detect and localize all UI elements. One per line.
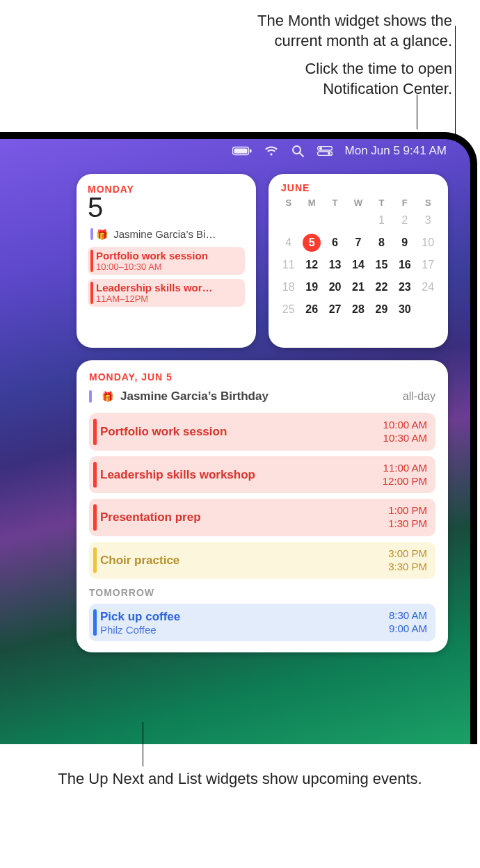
month-day-cell[interactable]: 29	[370, 298, 393, 321]
month-dow: W	[346, 196, 369, 209]
callout-line	[143, 722, 143, 766]
month-day-cell	[277, 209, 300, 232]
event-title: Portfolio work session	[100, 425, 227, 438]
list-event[interactable]: Choir practice3:00 PM3:30 PM	[89, 542, 435, 579]
month-day-cell	[417, 298, 440, 321]
list-event[interactable]: Leadership skills workshop11:00 AM12:00 …	[89, 456, 435, 494]
annotation-list-widget: The Up Next and List widgets show upcomi…	[0, 769, 480, 789]
event-title: Jasmine Garcia’s Bi…	[113, 228, 216, 240]
event-times: 1:00 PM1:30 PM	[388, 504, 427, 531]
month-day-cell[interactable]: 11	[277, 254, 300, 276]
svg-rect-1	[234, 149, 247, 154]
event-title: Presentation prep	[100, 511, 201, 524]
month-dow: S	[417, 196, 440, 209]
event-color-bar	[93, 419, 97, 445]
upnext-event[interactable]: 🎁 Jasmine Garcia’s Bi…	[88, 225, 245, 243]
month-day-cell[interactable]: 8	[370, 232, 393, 254]
desktop-screen: Mon Jun 5 9:41 AM MONDAY 5 🎁	[0, 139, 470, 744]
calendar-list-widget[interactable]: MONDAY, JUN 5 🎁 Jasmine Garcia’s Birthda…	[77, 360, 448, 652]
annotation-click-time: Click the time to open Notification Cent…	[305, 59, 452, 99]
month-day-cell[interactable]: 17	[417, 254, 440, 276]
month-dow: T	[323, 196, 346, 209]
event-color-bar	[89, 390, 92, 403]
month-day-cell[interactable]: 6	[323, 232, 346, 254]
event-title: Jasmine Garcia’s Birthday	[120, 389, 269, 403]
all-day-event[interactable]: 🎁 Jasmine Garcia’s Birthday all-day	[89, 388, 435, 408]
event-title: Leadership skills workshop	[100, 468, 255, 481]
month-day-cell[interactable]: 24	[417, 276, 440, 298]
event-title: Choir practice	[100, 554, 179, 567]
month-day-cell[interactable]: 26	[300, 298, 323, 321]
month-dow: T	[370, 196, 393, 209]
all-day-label: all-day	[403, 390, 435, 403]
month-day-cell[interactable]: 20	[323, 276, 346, 298]
month-day-cell[interactable]: 10	[417, 232, 440, 254]
event-time: 10:00–10:30 AM	[96, 262, 239, 272]
month-day-cell[interactable]: 27	[323, 298, 346, 321]
month-day-cell[interactable]: 28	[346, 298, 369, 321]
event-title: Leadership skills wor…	[96, 282, 239, 294]
month-day-cell	[323, 209, 346, 232]
month-dow: F	[393, 196, 416, 209]
list-event[interactable]: Pick up coffeePhilz Coffee8:30 AM9:00 AM	[89, 604, 435, 641]
month-day-cell[interactable]: 13	[323, 254, 346, 276]
list-day-heading: MONDAY, JUN 5	[89, 371, 435, 383]
month-day-cell[interactable]: 15	[370, 254, 393, 276]
annotation-month-widget: The Month widget shows the current month…	[257, 11, 452, 51]
upnext-event[interactable]: Portfolio work session 10:00–10:30 AM	[88, 247, 245, 275]
event-title: Portfolio work session	[96, 250, 239, 262]
calendar-up-next-widget[interactable]: MONDAY 5 🎁 Jasmine Garcia’s Bi…	[77, 174, 256, 348]
month-day-cell[interactable]: 5	[300, 232, 323, 254]
event-color-bar	[90, 282, 93, 304]
list-event[interactable]: Presentation prep1:00 PM1:30 PM	[89, 499, 435, 536]
battery-status-icon[interactable]	[232, 146, 252, 156]
month-day-cell[interactable]: 25	[277, 298, 300, 321]
event-color-bar	[93, 609, 97, 636]
month-day-cell[interactable]: 7	[346, 232, 369, 254]
month-day-cell[interactable]: 22	[370, 276, 393, 298]
svg-rect-2	[250, 150, 252, 153]
month-day-cell[interactable]: 12	[300, 254, 323, 276]
month-day-cell[interactable]: 30	[393, 298, 416, 321]
month-day-cell[interactable]: 23	[393, 276, 416, 298]
month-day-cell[interactable]: 2	[393, 209, 416, 232]
month-day-cell	[346, 209, 369, 232]
event-times: 10:00 AM10:30 AM	[383, 419, 427, 445]
event-color-bar	[93, 504, 97, 531]
event-times: 8:30 AM9:00 AM	[389, 609, 427, 636]
svg-line-4	[300, 153, 303, 156]
list-event[interactable]: Portfolio work session10:00 AM10:30 AM	[89, 413, 435, 451]
month-day-cell[interactable]: 9	[393, 232, 416, 254]
gift-icon: 🎁	[102, 391, 113, 402]
month-label: JUNE	[281, 182, 440, 193]
month-dow: M	[300, 196, 323, 209]
callout-line	[417, 95, 417, 129]
month-day-cell[interactable]: 1	[370, 209, 393, 232]
upnext-day-number: 5	[88, 193, 245, 221]
month-day-cell[interactable]: 19	[300, 276, 323, 298]
svg-point-6	[319, 147, 322, 150]
calendar-month-widget[interactable]: JUNE SMTWTFS 123456789101112131415161718…	[269, 174, 448, 348]
event-time: 11AM–12PM	[96, 294, 239, 304]
month-day-cell[interactable]: 16	[393, 254, 416, 276]
month-day-cell[interactable]: 21	[346, 276, 369, 298]
month-day-cell[interactable]: 18	[277, 276, 300, 298]
event-times: 11:00 AM12:00 PM	[383, 462, 427, 488]
month-day-cell[interactable]: 14	[346, 254, 369, 276]
month-day-cell[interactable]: 3	[417, 209, 440, 232]
device-bezel: Mon Jun 5 9:41 AM MONDAY 5 🎁	[0, 132, 477, 744]
event-subtitle: Philz Coffee	[100, 624, 180, 636]
event-color-bar	[90, 228, 93, 240]
spotlight-search-icon[interactable]	[291, 144, 305, 158]
wifi-icon[interactable]	[264, 144, 278, 158]
month-dow: S	[277, 196, 300, 209]
month-day-cell[interactable]: 4	[277, 232, 300, 254]
event-times: 3:00 PM3:30 PM	[388, 547, 427, 574]
month-day-cell	[300, 209, 323, 232]
control-center-icon[interactable]	[317, 146, 333, 156]
event-color-bar	[93, 462, 97, 488]
menu-bar-datetime[interactable]: Mon Jun 5 9:41 AM	[345, 144, 447, 158]
upnext-event[interactable]: Leadership skills wor… 11AM–12PM	[88, 279, 245, 307]
svg-point-8	[328, 152, 330, 155]
event-title: Pick up coffee	[100, 610, 180, 623]
